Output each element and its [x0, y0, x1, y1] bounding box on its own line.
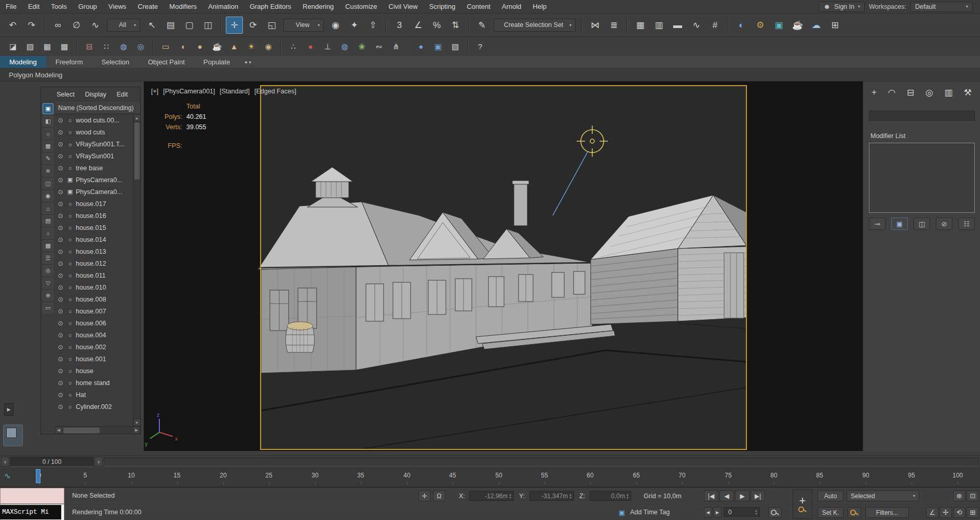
- menu-item[interactable]: Rendering: [297, 0, 339, 13]
- select-and-link-icon[interactable]: ∞: [49, 17, 66, 34]
- create-tab-icon[interactable]: +: [872, 87, 877, 98]
- viewport-background-icon[interactable]: ▣: [430, 39, 446, 54]
- display-materials-icon[interactable]: ▤: [43, 215, 53, 226]
- particles-icon[interactable]: ∴: [285, 39, 301, 54]
- previous-frame-arrow[interactable]: ‹: [1, 457, 9, 467]
- list-item[interactable]: ⊙ ○ house.012: [55, 257, 133, 269]
- toggle-layer-explorer-icon[interactable]: ▥: [650, 17, 668, 34]
- visibility-eye-icon[interactable]: ⊙: [57, 367, 64, 375]
- units-setup-icon[interactable]: ▩: [57, 39, 72, 54]
- creature-icon[interactable]: ∾: [371, 39, 387, 54]
- menu-item[interactable]: Create: [132, 0, 164, 13]
- track-bar[interactable]: ∿ 05101520253035404550556065707580859095…: [0, 468, 980, 487]
- list-item[interactable]: ⊙ ▣ PhysCamera0...: [55, 186, 133, 198]
- ribbon-panel-strip[interactable]: Polygon Modeling: [0, 69, 980, 81]
- menu-item[interactable]: Graph Editors: [244, 0, 297, 13]
- display-window-icon[interactable]: ▨: [22, 39, 38, 54]
- ribbon-tab[interactable]: Populate: [194, 56, 239, 68]
- display-groups-icon[interactable]: ☰: [43, 253, 53, 264]
- list-item[interactable]: ⊙ ▣ PhysCamera0...: [55, 174, 133, 186]
- render-production-icon[interactable]: ☕: [789, 17, 806, 34]
- selection-filter-dropdown[interactable]: All ▾: [107, 19, 140, 32]
- field-of-view-icon[interactable]: ∠: [926, 507, 938, 518]
- list-item[interactable]: ⊙ ○ house.013: [55, 245, 133, 257]
- transform-gizmo-toggle-icon[interactable]: ✛: [418, 490, 431, 501]
- panel-expand-arrow[interactable]: ▶: [4, 403, 13, 416]
- menu-item[interactable]: Edit: [22, 0, 45, 13]
- key-filters-icon[interactable]: [848, 507, 861, 518]
- list-item[interactable]: ⊙ ○ tree base: [55, 162, 133, 174]
- visibility-eye-icon[interactable]: ⊙: [57, 176, 64, 184]
- pan-view-icon[interactable]: ✢: [940, 507, 952, 518]
- render-in-cloud-icon[interactable]: ☁: [808, 17, 825, 34]
- scrollbar-thumb[interactable]: [63, 428, 100, 433]
- percent-snap-toggle-icon[interactable]: %: [428, 17, 445, 34]
- display-lights-icon[interactable]: ☼: [43, 128, 53, 139]
- mirror-icon[interactable]: ⋈: [587, 17, 604, 34]
- primitive-sphere-icon[interactable]: ●: [192, 39, 208, 54]
- visibility-eye-icon[interactable]: ⊙: [57, 344, 64, 351]
- isolate-selection-icon[interactable]: ◪: [5, 39, 21, 54]
- spinner-arrows-icon[interactable]: ▲▼: [509, 493, 512, 499]
- configure-modifier-sets-icon[interactable]: ☷: [958, 217, 975, 230]
- clone-icon[interactable]: ⊟: [81, 39, 97, 54]
- explorer-horizontal-scrollbar[interactable]: ◀ ▶: [55, 426, 140, 434]
- visibility-eye-icon[interactable]: ⊙: [57, 129, 64, 136]
- select-and-manipulate-icon[interactable]: ✦: [346, 17, 363, 34]
- explorer-menu-item[interactable]: Display: [80, 91, 112, 98]
- visibility-eye-icon[interactable]: ⊙: [57, 141, 64, 148]
- curve-editor-icon[interactable]: ∿: [688, 17, 705, 34]
- ribbon-tab[interactable]: Modeling: [0, 56, 46, 68]
- list-item[interactable]: ⊙ ○ house.017: [55, 198, 133, 210]
- explorer-menu-item[interactable]: Edit: [112, 91, 133, 98]
- menu-item[interactable]: Scripting: [424, 0, 461, 13]
- container-icon[interactable]: ▧: [447, 39, 463, 54]
- menu-item[interactable]: Content: [461, 0, 496, 13]
- maxscript-macro-pane[interactable]: [0, 488, 64, 504]
- motion-tab-icon[interactable]: ◎: [925, 87, 933, 98]
- menu-item[interactable]: Group: [73, 0, 103, 13]
- visibility-eye-icon[interactable]: ⊙: [57, 284, 64, 291]
- menu-item[interactable]: Modifiers: [164, 0, 202, 13]
- find-icon[interactable]: ⊕: [43, 290, 53, 301]
- list-item[interactable]: ⊙ ○ house.016: [55, 210, 133, 222]
- explorer-vertical-scrollbar[interactable]: ▲ ▼: [133, 114, 140, 426]
- list-item[interactable]: ⊙ ○ house.014: [55, 234, 133, 245]
- primitive-plane-icon[interactable]: ▭: [158, 39, 173, 54]
- list-item[interactable]: ⊙ ☼ VRaySun001.T...: [55, 138, 133, 150]
- list-item[interactable]: ⊙ ○ home stand: [55, 377, 133, 389]
- set-key-button[interactable]: Set K.: [818, 507, 843, 518]
- pick-icon[interactable]: ▭: [43, 303, 53, 313]
- rectangular-selection-region-icon[interactable]: ▢: [181, 17, 198, 34]
- spinner-arrows-icon[interactable]: ▲▼: [755, 509, 758, 515]
- viewport-shading-menu[interactable]: [Edged Faces]: [254, 88, 296, 95]
- visibility-eye-icon[interactable]: ⊙: [57, 320, 64, 327]
- list-item[interactable]: ⊙ ○ house.010: [55, 281, 133, 293]
- workspaces-dropdown[interactable]: Default ▾: [910, 2, 973, 12]
- primitive-cone-icon[interactable]: ▲: [226, 39, 242, 54]
- menu-item[interactable]: Arnold: [496, 0, 527, 13]
- anchor-icon[interactable]: ⊥: [320, 39, 335, 54]
- display-bones-icon[interactable]: ◉: [43, 190, 53, 201]
- go-to-end-button[interactable]: ▶|: [751, 490, 765, 501]
- visibility-eye-icon[interactable]: ⊙: [57, 224, 64, 231]
- list-item[interactable]: ⊙ ○ VRaySun001: [55, 150, 133, 162]
- primitive-geosphere-icon[interactable]: ◉: [261, 39, 276, 54]
- menu-item[interactable]: Animation: [202, 0, 244, 13]
- bind-to-space-warp-icon[interactable]: ∿: [87, 17, 104, 34]
- primitive-capsule-icon[interactable]: ◖: [175, 39, 190, 54]
- array-icon[interactable]: ∷: [99, 39, 114, 54]
- angle-snap-toggle-icon[interactable]: ∠: [410, 17, 427, 34]
- list-item[interactable]: ⊙ ○ wood cuts.00...: [55, 114, 133, 126]
- reference-coordinate-system-dropdown[interactable]: View ▾: [283, 19, 324, 32]
- add-time-tag[interactable]: Add Time Tag: [630, 509, 670, 516]
- list-item[interactable]: ⊙ ○ house.001: [55, 353, 133, 365]
- list-item[interactable]: ⊙ ○ house: [55, 365, 133, 377]
- auto-key-button[interactable]: Auto: [818, 490, 843, 501]
- z-coordinate-field[interactable]: 0,0m ▲▼: [590, 491, 631, 501]
- object-name-field[interactable]: [869, 111, 975, 122]
- unlink-selection-icon[interactable]: ∅: [68, 17, 85, 34]
- display-helpers-icon[interactable]: ◫: [43, 178, 53, 189]
- filters-button[interactable]: Filters...: [865, 507, 909, 518]
- menu-item[interactable]: Customize: [339, 0, 383, 13]
